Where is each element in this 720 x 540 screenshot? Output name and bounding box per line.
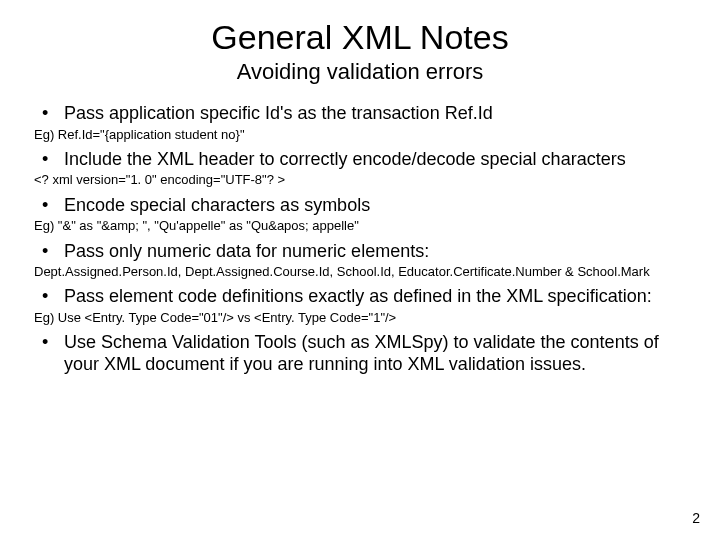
page-number: 2 xyxy=(692,510,700,526)
list-item: Include the XML header to correctly enco… xyxy=(34,149,686,171)
slide-title: General XML Notes xyxy=(34,18,686,57)
list-item: Encode special characters as symbols xyxy=(34,195,686,217)
list-note: Dept.Assigned.Person.Id, Dept.Assigned.C… xyxy=(34,264,686,280)
list-item: Pass application specific Id's as the tr… xyxy=(34,103,686,125)
list-note: <? xml version="1. 0" encoding="UTF-8"? … xyxy=(34,172,686,188)
list-note: Eg) Use <Entry. Type Code="01"/> vs <Ent… xyxy=(34,310,686,326)
slide: General XML Notes Avoiding validation er… xyxy=(0,0,720,540)
list-note: Eg) Ref.Id="{application student no}" xyxy=(34,127,686,143)
slide-subtitle: Avoiding validation errors xyxy=(34,59,686,85)
list-item: Pass only numeric data for numeric eleme… xyxy=(34,241,686,263)
list-item: Use Schema Validation Tools (such as XML… xyxy=(34,332,686,375)
slide-body: Pass application specific Id's as the tr… xyxy=(34,103,686,375)
list-item: Pass element code definitions exactly as… xyxy=(34,286,686,308)
list-note: Eg) "&" as "&amp; ", "Qu'appelle" as "Qu… xyxy=(34,218,686,234)
